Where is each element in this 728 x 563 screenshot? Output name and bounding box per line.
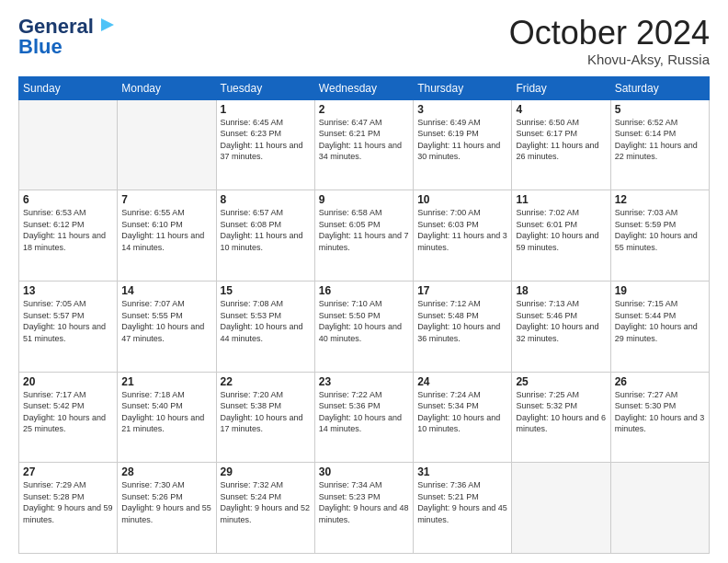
table-row: 29Sunrise: 7:32 AMSunset: 5:24 PMDayligh… [216, 463, 314, 554]
table-row: 8Sunrise: 6:57 AMSunset: 6:08 PMDaylight… [216, 190, 314, 282]
day-info: Sunrise: 7:12 AMSunset: 5:48 PMDaylight:… [417, 298, 507, 344]
table-row: 30Sunrise: 7:34 AMSunset: 5:23 PMDayligh… [314, 463, 413, 554]
day-info: Sunrise: 6:50 AMSunset: 6:17 PMDaylight:… [516, 117, 606, 163]
table-row: 3Sunrise: 6:49 AMSunset: 6:19 PMDaylight… [414, 99, 512, 190]
day-number: 23 [319, 375, 409, 388]
day-info: Sunrise: 6:53 AMSunset: 6:12 PMDaylight:… [23, 207, 113, 253]
header-sunday: Sunday [19, 76, 118, 99]
day-number: 27 [23, 465, 113, 478]
calendar-week-row: 27Sunrise: 7:29 AMSunset: 5:28 PMDayligh… [19, 463, 710, 554]
table-row: 7Sunrise: 6:55 AMSunset: 6:10 PMDaylight… [118, 190, 216, 282]
table-row: 13Sunrise: 7:05 AMSunset: 5:57 PMDayligh… [19, 281, 118, 372]
table-row: 16Sunrise: 7:10 AMSunset: 5:50 PMDayligh… [314, 281, 413, 372]
day-number: 5 [615, 103, 705, 116]
table-row: 18Sunrise: 7:13 AMSunset: 5:46 PMDayligh… [512, 281, 610, 372]
table-row: 2Sunrise: 6:47 AMSunset: 6:21 PMDaylight… [314, 99, 413, 190]
day-number: 19 [615, 284, 705, 297]
table-row [610, 463, 709, 554]
day-number: 15 [221, 284, 311, 297]
day-number: 17 [417, 284, 507, 297]
day-info: Sunrise: 7:25 AMSunset: 5:32 PMDaylight:… [516, 389, 606, 435]
table-row: 27Sunrise: 7:29 AMSunset: 5:28 PMDayligh… [19, 463, 118, 554]
day-info: Sunrise: 7:07 AMSunset: 5:55 PMDaylight:… [121, 298, 211, 344]
header-monday: Monday [118, 76, 216, 99]
table-row [19, 99, 118, 190]
header: General Blue October 2024 Khovu-Aksy, Ru… [18, 15, 710, 67]
day-info: Sunrise: 6:57 AMSunset: 6:08 PMDaylight:… [221, 207, 311, 253]
day-number: 31 [417, 465, 507, 478]
day-info: Sunrise: 7:03 AMSunset: 5:59 PMDaylight:… [615, 207, 705, 253]
weekday-header-row: Sunday Monday Tuesday Wednesday Thursday… [19, 76, 710, 99]
day-number: 20 [23, 375, 113, 388]
day-number: 28 [121, 465, 211, 478]
table-row: 17Sunrise: 7:12 AMSunset: 5:48 PMDayligh… [414, 281, 512, 372]
table-row: 23Sunrise: 7:22 AMSunset: 5:36 PMDayligh… [314, 372, 413, 463]
location-subtitle: Khovu-Aksy, Russia [509, 52, 710, 67]
day-number: 16 [319, 284, 409, 297]
day-info: Sunrise: 6:49 AMSunset: 6:19 PMDaylight:… [417, 117, 507, 163]
calendar-week-row: 6Sunrise: 6:53 AMSunset: 6:12 PMDaylight… [19, 190, 710, 282]
table-row: 11Sunrise: 7:02 AMSunset: 6:01 PMDayligh… [512, 190, 610, 282]
day-info: Sunrise: 7:17 AMSunset: 5:42 PMDaylight:… [23, 389, 113, 435]
day-number: 13 [23, 284, 113, 297]
table-row: 4Sunrise: 6:50 AMSunset: 6:17 PMDaylight… [512, 99, 610, 190]
header-friday: Friday [512, 76, 610, 99]
day-number: 2 [319, 103, 409, 116]
day-number: 22 [221, 375, 311, 388]
day-info: Sunrise: 7:13 AMSunset: 5:46 PMDaylight:… [516, 298, 606, 344]
table-row: 21Sunrise: 7:18 AMSunset: 5:40 PMDayligh… [118, 372, 216, 463]
day-info: Sunrise: 7:18 AMSunset: 5:40 PMDaylight:… [121, 389, 211, 435]
calendar-week-row: 20Sunrise: 7:17 AMSunset: 5:42 PMDayligh… [19, 372, 710, 463]
table-row: 15Sunrise: 7:08 AMSunset: 5:53 PMDayligh… [216, 281, 314, 372]
calendar-week-row: 1Sunrise: 6:45 AMSunset: 6:23 PMDaylight… [19, 99, 710, 190]
table-row [118, 99, 216, 190]
table-row: 20Sunrise: 7:17 AMSunset: 5:42 PMDayligh… [19, 372, 118, 463]
day-number: 10 [417, 193, 507, 206]
table-row: 9Sunrise: 6:58 AMSunset: 6:05 PMDaylight… [314, 190, 413, 282]
day-info: Sunrise: 6:55 AMSunset: 6:10 PMDaylight:… [121, 207, 211, 253]
table-row: 22Sunrise: 7:20 AMSunset: 5:38 PMDayligh… [216, 372, 314, 463]
day-number: 24 [417, 375, 507, 388]
day-info: Sunrise: 7:08 AMSunset: 5:53 PMDaylight:… [221, 298, 311, 344]
day-number: 9 [319, 193, 409, 206]
day-number: 12 [615, 193, 705, 206]
table-row: 6Sunrise: 6:53 AMSunset: 6:12 PMDaylight… [19, 190, 118, 282]
day-info: Sunrise: 7:36 AMSunset: 5:21 PMDaylight:… [417, 479, 507, 525]
page: General Blue October 2024 Khovu-Aksy, Ru… [0, 0, 728, 563]
table-row: 12Sunrise: 7:03 AMSunset: 5:59 PMDayligh… [610, 190, 709, 282]
day-info: Sunrise: 7:05 AMSunset: 5:57 PMDaylight:… [23, 298, 113, 344]
table-row: 5Sunrise: 6:52 AMSunset: 6:14 PMDaylight… [610, 99, 709, 190]
header-wednesday: Wednesday [314, 76, 413, 99]
svg-marker-0 [101, 18, 114, 31]
day-number: 30 [319, 465, 409, 478]
day-number: 18 [516, 284, 606, 297]
calendar-table: Sunday Monday Tuesday Wednesday Thursday… [18, 76, 710, 554]
header-tuesday: Tuesday [216, 76, 314, 99]
table-row: 24Sunrise: 7:24 AMSunset: 5:34 PMDayligh… [414, 372, 512, 463]
day-info: Sunrise: 7:02 AMSunset: 6:01 PMDaylight:… [516, 207, 606, 253]
day-info: Sunrise: 7:10 AMSunset: 5:50 PMDaylight:… [319, 298, 409, 344]
calendar-week-row: 13Sunrise: 7:05 AMSunset: 5:57 PMDayligh… [19, 281, 710, 372]
day-number: 4 [516, 103, 606, 116]
day-number: 26 [615, 375, 705, 388]
day-info: Sunrise: 7:27 AMSunset: 5:30 PMDaylight:… [615, 389, 705, 435]
table-row: 14Sunrise: 7:07 AMSunset: 5:55 PMDayligh… [118, 281, 216, 372]
day-number: 6 [23, 193, 113, 206]
day-number: 7 [121, 193, 211, 206]
day-info: Sunrise: 7:20 AMSunset: 5:38 PMDaylight:… [221, 389, 311, 435]
header-saturday: Saturday [610, 76, 709, 99]
day-info: Sunrise: 7:24 AMSunset: 5:34 PMDaylight:… [417, 389, 507, 435]
day-number: 25 [516, 375, 606, 388]
table-row: 10Sunrise: 7:00 AMSunset: 6:03 PMDayligh… [414, 190, 512, 282]
table-row: 19Sunrise: 7:15 AMSunset: 5:44 PMDayligh… [610, 281, 709, 372]
month-title: October 2024 [509, 15, 710, 52]
day-info: Sunrise: 6:45 AMSunset: 6:23 PMDaylight:… [221, 117, 311, 163]
day-number: 1 [221, 103, 311, 116]
table-row: 28Sunrise: 7:30 AMSunset: 5:26 PMDayligh… [118, 463, 216, 554]
day-number: 11 [516, 193, 606, 206]
logo: General Blue [18, 15, 116, 60]
day-info: Sunrise: 7:32 AMSunset: 5:24 PMDaylight:… [221, 479, 311, 525]
table-row: 1Sunrise: 6:45 AMSunset: 6:23 PMDaylight… [216, 99, 314, 190]
day-number: 14 [121, 284, 211, 297]
day-info: Sunrise: 7:34 AMSunset: 5:23 PMDaylight:… [319, 479, 409, 525]
